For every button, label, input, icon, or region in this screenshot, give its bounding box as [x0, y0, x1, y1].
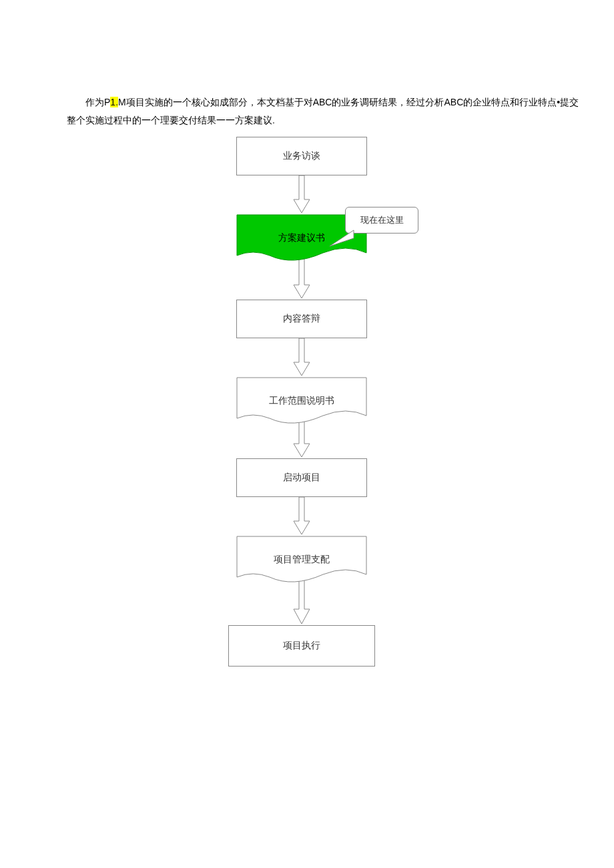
arrow-down-icon [292, 338, 312, 377]
callout-label: 现在在这里 [360, 214, 404, 226]
intro-paragraph: 作为P1.M项目实施的一个核心如成部分，本文档基于对ABC的业务调研结果，经过分… [67, 93, 581, 129]
callout-pointer-icon [328, 229, 355, 248]
node-label: 工作范围说明书 [269, 395, 334, 407]
node-content-defense: 内容答辩 [236, 300, 367, 338]
para-suffix: M项目实施的一个核心如成部分，本文档基于对ABC的业务调研结果，经过分析ABC的… [67, 97, 579, 125]
arrow-down-icon [292, 497, 312, 536]
para-highlight: 1. [110, 97, 118, 107]
node-sow: 工作范围说明书 [236, 377, 367, 425]
node-label: 业务访谈 [283, 150, 320, 162]
node-label: 内容答辩 [283, 313, 320, 325]
node-project-execute: 项目执行 [228, 625, 375, 667]
node-label: 启动项目 [283, 472, 320, 484]
para-prefix: 作为P [85, 97, 110, 107]
callout-current-position: 现在在这里 [345, 207, 418, 234]
node-business-interview: 业务访谈 [236, 137, 367, 175]
node-pm-control: 项目管理支配 [236, 536, 367, 584]
arrow-down-icon [292, 175, 312, 214]
node-label: 项目执行 [283, 640, 320, 652]
flowchart: 业务访谈 方案建议书 内容答辩 工作范围说明书 [202, 137, 402, 667]
node-label: 方案建议书 [278, 232, 325, 244]
arrow-down-icon [292, 580, 312, 625]
node-label: 项目管理支配 [274, 554, 330, 566]
arrow-down-icon [292, 258, 312, 300]
arrow-down-icon [292, 421, 312, 458]
node-start-project: 启动项目 [236, 458, 367, 497]
